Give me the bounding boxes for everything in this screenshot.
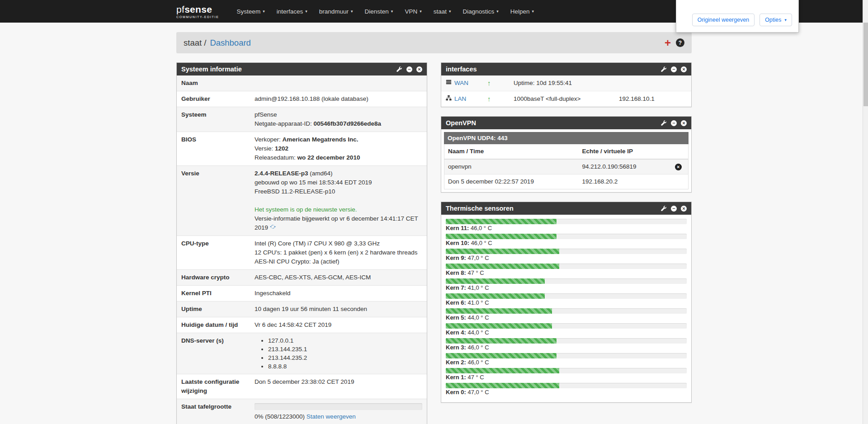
status-up-icon: ↑ — [487, 95, 514, 103]
minimize-icon[interactable]: − — [671, 120, 677, 126]
row-value: 10 dagen 19 uur 56 minuten 11 seconden — [250, 302, 427, 317]
menu-item-brandmuur[interactable]: brandmuur▾ — [313, 0, 359, 23]
value-text: 12 CPU's: 1 pakket (pen) x 6 kern (en) x… — [255, 249, 418, 256]
row-label: Huidige datum / tijd — [177, 317, 250, 333]
row-label: Laatste configuratie wijziging — [177, 374, 250, 399]
temperature-bar-fill — [446, 234, 557, 239]
wrench-icon[interactable] — [661, 206, 667, 212]
pfsense-edition-label: COMMUNITY-EDITIE — [176, 15, 219, 19]
value-line: Netgate-apparaat-ID: 00546fb307d9266ede8… — [255, 119, 422, 128]
close-icon[interactable]: × — [681, 66, 687, 72]
menu-item-label: staat — [434, 8, 447, 15]
value-line: AES-CBC, AES-XTS, AES-GCM, AES-ICM — [255, 273, 422, 282]
row-label: Versie — [177, 166, 250, 236]
row-value: 0% (508/1223000) Staten weergeven — [250, 399, 427, 424]
menu-item-label: interfaces — [277, 8, 303, 15]
temperature-bar — [446, 338, 687, 344]
column-header: Echte / virtuele IP — [579, 144, 671, 159]
temperature-bar — [446, 353, 687, 358]
temperature-bar-fill — [446, 338, 557, 344]
temperature-bar — [446, 308, 687, 314]
temperature-bar-fill — [446, 323, 552, 329]
scrollbar[interactable] — [863, 0, 868, 424]
value-text: 0% (508/1223000) — [255, 413, 307, 420]
dns-server-item: 127.0.0.1 — [268, 336, 422, 345]
temperature-bar-fill — [446, 353, 557, 358]
thermal-sensor: Kern 9: 47,0 ° C — [446, 249, 687, 262]
row-label: Naam — [177, 75, 250, 91]
temperature-bar — [446, 234, 687, 239]
scrollbar-thumb[interactable] — [863, 23, 868, 106]
chevron-down-icon: ▾ — [496, 9, 499, 14]
dns-server-item: 213.144.235.1 — [268, 345, 422, 353]
temperature-bar-fill — [446, 249, 559, 254]
wrench-icon[interactable] — [661, 120, 667, 126]
value-line: Ingeschakeld — [255, 289, 422, 298]
value-line: FreeBSD 11.2-RELEASE-p10 — [255, 187, 422, 196]
menu-item-label: Diagnostics — [463, 8, 495, 15]
close-icon[interactable]: × — [681, 206, 687, 212]
menu-item-diagnostics[interactable]: Diagnostics▾ — [457, 0, 505, 23]
row-label: DNS-server (s) — [177, 333, 250, 374]
close-icon[interactable]: × — [681, 120, 687, 126]
breadcrumb: staat / Dashboard + ? — [176, 32, 692, 53]
breadcrumb-page-link[interactable]: Dashboard — [210, 38, 251, 48]
openvpn-row: Don 5 december 02:22:57 2019192.168.20.2 — [444, 174, 689, 189]
show-original-button[interactable]: Origineel weergeven — [692, 14, 755, 26]
menu-item-staat[interactable]: staat▾ — [428, 0, 457, 23]
minimize-icon[interactable]: − — [671, 66, 677, 72]
value-text: Releasedatum: — [255, 154, 297, 161]
row-label: Gebruiker — [177, 91, 250, 107]
thermal-panel-header: Thermische sensoren − × — [441, 202, 691, 215]
interfaces-list: WAN↑Uptime: 10d 19:55:41LAN↑1000baseT <f… — [441, 75, 691, 107]
row-label: BIOS — [177, 132, 250, 166]
row-value: Ingeschakeld — [250, 286, 427, 302]
value-text: 10 dagen 19 uur 56 minuten 11 seconden — [255, 306, 367, 312]
add-widget-icon[interactable]: + — [665, 38, 671, 48]
thermal-sensor: Kern 5: 44,0 ° C — [446, 308, 687, 321]
minimize-icon[interactable]: − — [406, 66, 412, 72]
refresh-icon[interactable] — [270, 224, 276, 231]
wrench-icon[interactable] — [661, 66, 667, 72]
panel-title: OpenVPN — [446, 119, 657, 127]
translate-options-button[interactable]: Opties▾ — [760, 14, 792, 26]
menu-item-vpn[interactable]: VPN▾ — [399, 0, 427, 23]
openvpn-instance-header: OpenVPN UDP4: 443 — [444, 132, 689, 144]
interface-link[interactable]: LAN — [454, 95, 466, 103]
value-line: 12 CPU's: 1 pakket (pen) x 6 kern (en) x… — [255, 248, 422, 257]
menu-item-systeem[interactable]: Systeem▾ — [231, 0, 271, 23]
interface-ip: 192.168.10.1 — [619, 95, 687, 103]
minimize-icon[interactable]: − — [671, 206, 677, 212]
row-value: 127.0.0.1213.144.235.1213.144.235.28.8.8… — [250, 333, 427, 374]
panel-title: Systeem informatie — [181, 66, 392, 73]
temperature-bar — [446, 219, 687, 224]
menu-item-diensten[interactable]: Diensten▾ — [359, 0, 399, 23]
help-icon[interactable]: ? — [676, 38, 684, 47]
breadcrumb-section: staat / — [184, 38, 206, 48]
page-root: pfsense COMMUNITY-EDITIE Systeem▾interfa… — [0, 0, 868, 424]
kill-session-icon[interactable]: × — [675, 164, 682, 170]
value-text: Versie-informatie bijgewerkt op vr 6 dec… — [255, 215, 418, 231]
wrench-icon[interactable] — [396, 66, 402, 72]
temperature-bar — [446, 293, 687, 299]
pfsense-logo[interactable]: pfsense COMMUNITY-EDITIE — [176, 5, 219, 19]
value-line: Releasedatum: wo 22 december 2010 — [255, 153, 422, 162]
view-states-link[interactable]: Staten weergeven — [307, 413, 356, 420]
close-icon[interactable]: × — [416, 66, 422, 72]
interface-name: WAN — [446, 79, 487, 87]
openvpn-panel-header: OpenVPN − × — [441, 117, 691, 129]
system-info-row: Staat tafelgrootte0% (508/1223000) State… — [177, 399, 427, 424]
menu-item-helpen[interactable]: Helpen▾ — [505, 0, 540, 23]
main-menu: Systeem▾interfaces▾brandmuur▾Diensten▾VP… — [231, 0, 540, 23]
chevron-down-icon: ▾ — [784, 18, 787, 22]
interface-row: WAN↑Uptime: 10d 19:55:41 — [441, 75, 691, 91]
thermal-sensor: Kern 0: 47,0 ° C — [446, 383, 687, 396]
progress-bar — [255, 403, 422, 410]
value-text: admin@192.168.10.188 (lokale database) — [255, 95, 368, 102]
thermal-sensor: Kern 10: 46,0 ° C — [446, 234, 687, 247]
value-line: Don 5 december 23:38:02 CET 2019 — [255, 377, 422, 386]
menu-item-interfaces[interactable]: interfaces▾ — [271, 0, 313, 23]
value-text: pfSense — [255, 111, 277, 118]
interface-link[interactable]: WAN — [454, 79, 468, 87]
value-text: FreeBSD 11.2-RELEASE-p10 — [255, 188, 335, 195]
